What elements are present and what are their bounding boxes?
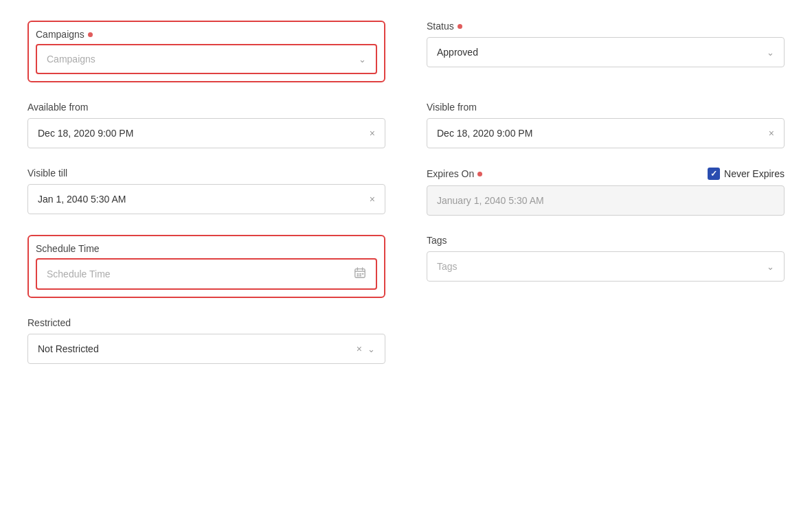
- available-from-label: Available from: [27, 102, 385, 113]
- schedule-time-label-text: Schedule Time: [36, 243, 100, 254]
- status-chevron-icon: ⌄: [767, 47, 774, 58]
- svg-rect-8: [359, 275, 361, 277]
- schedule-time-input[interactable]: Schedule Time: [36, 258, 377, 290]
- visible-till-field-group: Visible till Jan 1, 2040 5:30 AM ×: [27, 168, 385, 216]
- campaigns-chevron-icon: ⌄: [359, 54, 366, 65]
- status-input[interactable]: Approved ⌄: [427, 37, 785, 67]
- visible-from-field-group: Visible from Dec 18, 2020 9:00 PM ×: [427, 102, 785, 148]
- visible-till-label: Visible till: [27, 168, 385, 179]
- schedule-time-calendar-icon: [354, 266, 366, 282]
- restricted-chevron-icon: ⌄: [368, 344, 375, 354]
- campaigns-label: Campaigns: [36, 29, 377, 40]
- visible-till-clear-icon[interactable]: ×: [370, 194, 375, 205]
- available-from-clear-icon[interactable]: ×: [370, 128, 375, 139]
- restricted-input-icons: × ⌄: [352, 343, 375, 354]
- tags-input[interactable]: Tags ⌄: [427, 251, 785, 282]
- restricted-clear-icon[interactable]: ×: [357, 343, 362, 354]
- expires-on-header-row: Expires On Never Expires: [427, 168, 785, 180]
- restricted-input[interactable]: Not Restricted × ⌄: [27, 334, 385, 364]
- status-label-text: Status: [427, 21, 454, 32]
- expires-on-field-group: Expires On Never Expires January 1, 2040…: [427, 168, 785, 216]
- svg-rect-4: [357, 273, 359, 275]
- restricted-label-text: Restricted: [27, 317, 71, 328]
- svg-rect-7: [357, 275, 359, 277]
- schedule-time-label: Schedule Time: [36, 243, 377, 254]
- campaigns-field-wrapper: Campaigns Campaigns ⌄: [27, 21, 385, 82]
- campaigns-placeholder: Campaigns: [47, 54, 95, 65]
- expires-on-value: January 1, 2040 5:30 AM: [437, 195, 544, 206]
- available-from-field-group: Available from Dec 18, 2020 9:00 PM ×: [27, 102, 385, 148]
- restricted-field-group: Restricted Not Restricted × ⌄: [27, 317, 385, 364]
- status-required-dot: [458, 24, 462, 29]
- campaigns-label-text: Campaigns: [36, 29, 84, 40]
- restricted-label: Restricted: [27, 317, 385, 328]
- expires-on-label: Expires On: [427, 168, 702, 179]
- campaigns-required-dot: [88, 32, 93, 37]
- visible-from-label-text: Visible from: [427, 102, 477, 113]
- visible-from-label: Visible from: [427, 102, 785, 113]
- tags-label-text: Tags: [427, 235, 447, 246]
- tags-field-group: Tags Tags ⌄: [427, 235, 785, 298]
- status-field-group: Status Approved ⌄: [427, 21, 785, 82]
- expires-on-required-dot: [477, 172, 482, 176]
- svg-rect-6: [362, 273, 364, 275]
- visible-from-clear-icon[interactable]: ×: [769, 128, 774, 139]
- expires-on-label-text: Expires On: [427, 168, 474, 179]
- empty-cell: [427, 317, 785, 364]
- status-label: Status: [427, 21, 785, 32]
- tags-label: Tags: [427, 235, 785, 246]
- visible-till-input[interactable]: Jan 1, 2040 5:30 AM ×: [27, 184, 385, 214]
- svg-rect-5: [359, 273, 361, 275]
- visible-from-value: Dec 18, 2020 9:00 PM: [437, 128, 532, 139]
- status-value: Approved: [437, 47, 478, 58]
- form-grid: Campaigns Campaigns ⌄ Status Approved ⌄ …: [27, 21, 785, 364]
- schedule-time-placeholder: Schedule Time: [47, 268, 111, 279]
- tags-placeholder: Tags: [437, 261, 458, 272]
- schedule-time-field-wrapper: Schedule Time Schedule Time: [27, 235, 385, 298]
- visible-till-label-text: Visible till: [27, 168, 67, 179]
- available-from-label-text: Available from: [27, 102, 88, 113]
- never-expires-group: Never Expires: [708, 168, 785, 180]
- tags-chevron-icon: ⌄: [767, 262, 774, 272]
- available-from-input[interactable]: Dec 18, 2020 9:00 PM ×: [27, 118, 385, 148]
- never-expires-label: Never Expires: [724, 168, 785, 179]
- visible-from-input[interactable]: Dec 18, 2020 9:00 PM ×: [427, 118, 785, 148]
- available-from-value: Dec 18, 2020 9:00 PM: [38, 128, 133, 139]
- expires-on-input: January 1, 2040 5:30 AM: [427, 185, 785, 216]
- campaigns-input[interactable]: Campaigns ⌄: [36, 44, 377, 74]
- visible-till-value: Jan 1, 2040 5:30 AM: [38, 194, 126, 205]
- restricted-value: Not Restricted: [38, 343, 99, 354]
- never-expires-checkbox[interactable]: [708, 168, 720, 180]
